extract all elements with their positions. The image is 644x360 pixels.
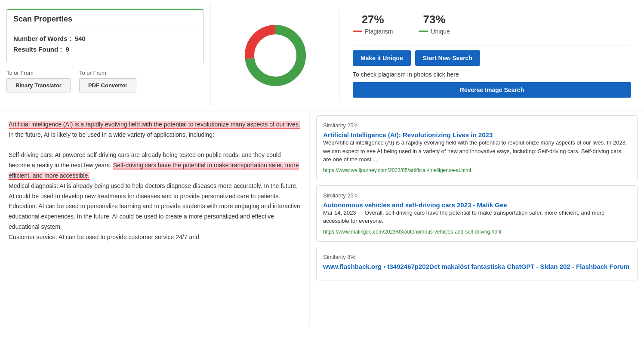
right-panel: 27% Plagiarism 73% Unique Make it Uniq — [211, 4, 644, 106]
photo-check-text: To check plagiarism in photos click here — [353, 71, 631, 78]
reverse-image-search-button[interactable]: Reverse Image Search — [353, 82, 631, 98]
result-card-1: Similarity 25% Autonomous vehicles and s… — [316, 185, 638, 242]
result-card-2: Similarity 8% www.flashback.org › t34924… — [316, 247, 638, 280]
highlighted-text-1: Artificial intelligence (AI) is a rapidl… — [9, 121, 300, 129]
percentages-row: 27% Plagiarism 73% Unique — [353, 13, 631, 35]
unique-dot — [419, 31, 428, 32]
action-buttons: Make it Unique Start New Search — [353, 50, 631, 66]
stats-divider — [353, 46, 631, 46]
chart-area — [211, 9, 340, 102]
binary-translator-button[interactable]: Binary Translator — [6, 78, 71, 92]
num-words-value: 540 — [75, 35, 86, 42]
result-url-0[interactable]: https://www.walljourney.com/2023/05/arti… — [323, 167, 631, 173]
results-found-row: Results Found : 9 — [13, 46, 197, 53]
result-card-0: Similarity 25% Artificial Intelligence (… — [316, 115, 638, 180]
results-found-label: Results Found : — [13, 46, 62, 53]
scan-properties-box: Scan Properties Number of Words : 540 Re… — [6, 9, 204, 63]
result-url-1[interactable]: https://www.malikgee.com/2023/03/autonom… — [323, 229, 631, 235]
result-snippet-0: WebArtificial intelligence (AI) is a rap… — [323, 138, 631, 164]
result-title-1[interactable]: Autonomous vehicles and self-driving car… — [323, 201, 507, 209]
paragraph-3-text: Medical diagnosis: AI is already being u… — [9, 182, 298, 200]
num-words-label: Number of Words : — [13, 35, 71, 42]
similarity-2: Similarity 8% — [323, 254, 631, 260]
tools-row: To or From Binary Translator To or From … — [6, 70, 204, 92]
unique-legend: Unique — [419, 28, 450, 35]
plagiarism-label: Plagiarism — [365, 28, 393, 35]
paragraph-3: Medical diagnosis: AI is already being u… — [9, 181, 301, 202]
result-title-0[interactable]: Artificial Intelligence (AI): Revolution… — [323, 131, 493, 138]
paragraph-4-text: Education: AI can be used to personalize… — [9, 203, 300, 230]
binary-translator-tool: To or From Binary Translator — [6, 70, 71, 92]
donut-chart — [241, 21, 310, 90]
bottom-section: Artificial intelligence (AI) is a rapidl… — [0, 111, 644, 326]
result-title-2[interactable]: www.flashback.org › t3492467p202Det maka… — [323, 263, 629, 270]
binary-tool-label: To or From — [6, 70, 71, 76]
similarity-1: Similarity 25% — [323, 192, 631, 199]
unique-stat: 73% Unique — [419, 13, 450, 35]
plagiarism-stat: 27% Plagiarism — [353, 13, 393, 35]
num-words-row: Number of Words : 540 — [13, 35, 197, 42]
unique-pct: 73% — [419, 13, 450, 26]
make-unique-button[interactable]: Make it Unique — [353, 50, 411, 66]
result-snippet-1: Mar 14, 2023 — Overall, self-driving car… — [323, 209, 631, 225]
pdf-converter-tool: To or From PDF Converter — [79, 70, 136, 92]
results-panel[interactable]: Similarity 25% Artificial Intelligence (… — [310, 111, 644, 326]
text-panel: Artificial intelligence (AI) is a rapidl… — [0, 111, 310, 326]
plagiarism-legend: Plagiarism — [353, 28, 393, 35]
plagiarism-dot — [353, 31, 362, 32]
paragraph-5: Customer service: AI can be used to prov… — [9, 232, 301, 243]
unique-label: Unique — [431, 28, 450, 35]
results-found-value: 9 — [66, 46, 69, 53]
paragraph-1-rest: In the future, AI is likely to be used i… — [9, 131, 214, 138]
paragraph-1: Artificial intelligence (AI) is a rapidl… — [9, 120, 301, 140]
paragraph-5-text: Customer service: AI can be used to prov… — [9, 234, 199, 240]
paragraph-2: Self-driving cars: AI-powered self-drivi… — [9, 150, 301, 181]
start-new-search-button[interactable]: Start New Search — [415, 50, 480, 66]
scan-properties-body: Number of Words : 540 Results Found : 9 — [7, 28, 203, 63]
text-scroll[interactable]: Artificial intelligence (AI) is a rapidl… — [0, 111, 309, 326]
pdf-tool-label: To or From — [79, 70, 136, 76]
plagiarism-pct: 27% — [353, 13, 393, 26]
pdf-converter-button[interactable]: PDF Converter — [79, 78, 136, 92]
stats-area: 27% Plagiarism 73% Unique Make it Uniq — [340, 9, 644, 102]
similarity-0: Similarity 25% — [323, 122, 631, 129]
left-panel: Scan Properties Number of Words : 540 Re… — [0, 4, 211, 106]
scan-properties-header: Scan Properties — [7, 9, 203, 28]
paragraph-4: Education: AI can be used to personalize… — [9, 201, 301, 232]
